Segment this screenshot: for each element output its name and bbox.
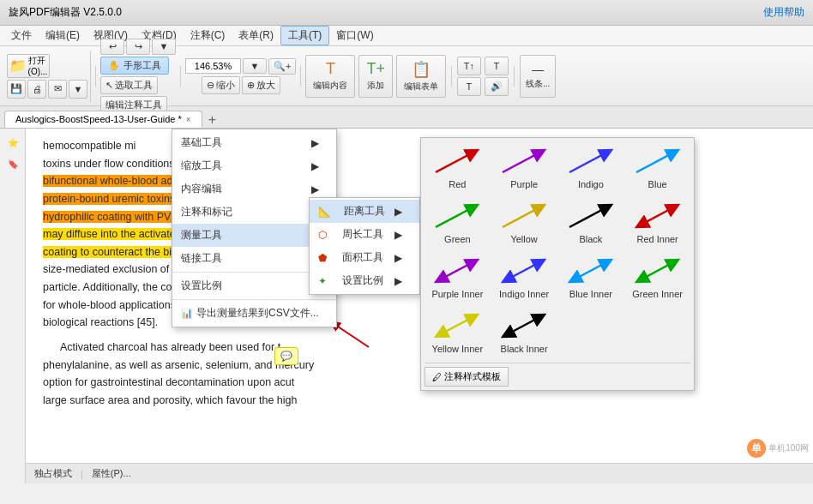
blue-arrow-svg: [632, 147, 684, 177]
color-purple-inner[interactable]: Purple Inner: [425, 251, 491, 304]
zoom-dropdown[interactable]: ▼: [243, 58, 267, 74]
sep5: [514, 66, 515, 87]
edit-form-button[interactable]: 📋 编辑表单: [396, 55, 446, 98]
zoom-input[interactable]: [185, 58, 241, 74]
content-edit-icon: T: [326, 60, 335, 78]
open-label: 打开(O)...: [28, 55, 48, 76]
svg-line-13: [636, 261, 677, 282]
text-tb2[interactable]: T: [457, 77, 481, 96]
yellow-inner-label: Yellow Inner: [432, 344, 484, 354]
measure-area[interactable]: ⬟ 面积工具 ▶: [310, 246, 419, 269]
menu-file[interactable]: 文件: [4, 27, 39, 45]
text-tb4[interactable]: 🔊: [485, 77, 509, 96]
tools-menu-export[interactable]: 📊 导出测量结果到CSV文件...: [172, 302, 336, 325]
zoom-in-label-btn[interactable]: ⊕ 放大: [242, 76, 280, 94]
content-edit-button[interactable]: T 编辑内容: [305, 55, 355, 98]
sep1: [95, 66, 96, 87]
undo-dropdown[interactable]: ▼: [152, 39, 176, 55]
black-inner-arrow-svg: [498, 311, 550, 341]
content-area: hemocompatible mi toxins under flow cond…: [26, 129, 813, 463]
black-label: Black: [579, 234, 602, 244]
menu-window[interactable]: 窗口(W): [329, 27, 380, 45]
red-arrow-svg: [431, 147, 483, 177]
color-green-inner[interactable]: Green Inner: [624, 251, 690, 304]
zoom-tools-arrow: ▶: [311, 160, 319, 172]
color-purple[interactable]: Purple: [491, 141, 557, 195]
app-title: 旋风PDF编辑器 V2.5.0.0: [9, 5, 122, 20]
svg-line-9: [636, 206, 677, 227]
color-black-inner[interactable]: Black Inner: [491, 306, 557, 359]
svg-line-15: [503, 315, 543, 337]
sidebar-btn-1[interactable]: ⭐: [3, 133, 22, 152]
tools-menu-zoom[interactable]: 缩放工具 ▶: [172, 154, 336, 177]
color-indigo-inner[interactable]: Indigo Inner: [491, 251, 557, 304]
watermark-text: 单机100网: [768, 442, 809, 454]
color-row-4: Yellow Inner Black Inner: [425, 306, 690, 359]
color-blue-inner[interactable]: Blue Inner: [558, 251, 624, 304]
color-indigo[interactable]: Indigo: [558, 141, 624, 195]
basic-tools-label: 基础工具: [181, 135, 222, 150]
hand-tool-button[interactable]: ✋ 手形工具: [100, 57, 169, 75]
annotation-style-btn[interactable]: 🖊 注释样式模板: [425, 367, 509, 387]
svg-line-7: [503, 206, 543, 227]
cursor-icon: ↖: [105, 80, 113, 91]
color-red-inner[interactable]: Red Inner: [624, 196, 690, 249]
email-button[interactable]: ✉: [48, 80, 67, 99]
menu-edit[interactable]: 编辑(E): [39, 27, 87, 45]
undo-button[interactable]: ↩: [100, 39, 124, 55]
color-yellow[interactable]: Yellow: [491, 196, 557, 249]
scale-tools-label: 设置比例: [181, 279, 222, 293]
zoom-in-icon: ⊕: [247, 80, 255, 91]
color-blue[interactable]: Blue: [624, 141, 690, 195]
extra-button[interactable]: ▼: [69, 80, 87, 99]
measure-distance[interactable]: 📐 距离工具 ▶: [310, 200, 419, 223]
toolbar-large: 📁 打开(O)... 💾 🖨 ✉ ▼ ↩: [0, 46, 813, 106]
file-ops-section: 📁 打开(O)... 💾 🖨 ✉ ▼: [4, 51, 91, 102]
blue-label: Blue: [648, 179, 667, 189]
zoom-out-btn[interactable]: ⊖ 缩小: [202, 76, 240, 94]
menu-tools[interactable]: 工具(T): [280, 26, 329, 45]
zoom-tools-label: 缩放工具: [181, 159, 222, 173]
print-button[interactable]: 🖨: [27, 80, 46, 99]
black-inner-label: Black Inner: [501, 344, 548, 354]
exclusive-mode-label[interactable]: 独占模式: [34, 467, 72, 480]
text-tb3[interactable]: T: [485, 57, 509, 75]
color-red[interactable]: Red: [425, 141, 491, 195]
menu-form[interactable]: 表单(R): [232, 27, 280, 45]
color-green[interactable]: Green: [425, 196, 491, 249]
add-label: 添加: [367, 80, 384, 92]
menu-annotation[interactable]: 注释(C): [184, 27, 232, 45]
help-link[interactable]: 使用帮助: [763, 5, 804, 20]
area-icon-sm: ⬟: [318, 252, 327, 264]
tools-menu-basic[interactable]: 基础工具 ▶: [172, 131, 336, 154]
red-inner-arrow-svg: [632, 201, 684, 231]
color-black[interactable]: Black: [558, 196, 624, 249]
add-tab-button[interactable]: +: [204, 112, 220, 128]
open-button[interactable]: 📁 打开(O)...: [7, 54, 50, 78]
add-button[interactable]: T+ 添加: [358, 55, 393, 98]
tab-close-button[interactable]: ×: [186, 115, 191, 124]
svg-line-2: [436, 151, 476, 172]
measure-perimeter[interactable]: ⬡ 周长工具 ▶: [310, 223, 419, 246]
basic-tools-arrow: ▶: [311, 137, 319, 149]
tab-label: Auslogics-BoostSpeed-13-User-Guide *: [15, 114, 182, 124]
line-button[interactable]: — 线条...: [520, 55, 556, 98]
color-panel-footer: 🖊 注释样式模板: [425, 363, 690, 387]
save-button[interactable]: 💾: [7, 80, 26, 99]
purple-inner-arrow-svg: [431, 256, 483, 286]
area-arrow: ▶: [394, 252, 402, 264]
color-yellow-inner[interactable]: Yellow Inner: [425, 306, 491, 359]
measure-submenu: 📐 距离工具 ▶ ⬡ 周长工具 ▶ ⬟ 面积工具 ▶ ✦ 设置比例 ▶: [309, 197, 420, 295]
select-tool-button[interactable]: ↖ 选取工具: [100, 76, 158, 94]
set-scale-arrow: ▶: [394, 275, 402, 287]
measure-set-scale[interactable]: ✦ 设置比例 ▶: [310, 269, 419, 292]
zoom-out-icon: ⊖: [207, 80, 214, 91]
tab-document[interactable]: Auslogics-BoostSpeed-13-User-Guide * ×: [4, 111, 202, 128]
zoom-in-btn[interactable]: 🔍+: [268, 58, 296, 75]
sidebar-btn-2[interactable]: 🔖: [3, 154, 22, 173]
redo-button[interactable]: ↪: [126, 39, 150, 55]
text-tb1[interactable]: T↑: [457, 57, 481, 75]
properties-label[interactable]: 屋性(P)...: [92, 467, 131, 480]
green-inner-arrow-svg: [632, 256, 684, 286]
edit-form-icon: 📋: [412, 60, 431, 79]
